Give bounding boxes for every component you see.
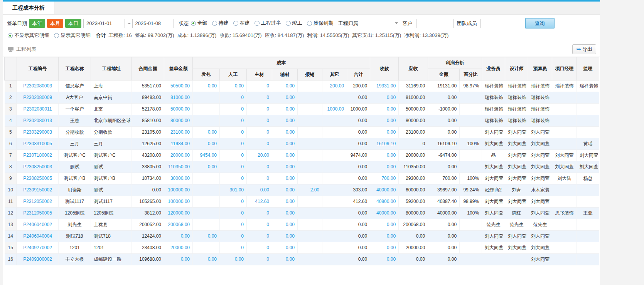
date-from-input[interactable] xyxy=(83,19,125,28)
status-option[interactable]: 竣工 xyxy=(286,20,302,27)
radio-icon[interactable] xyxy=(54,33,59,38)
cell-labor[interactable]: 0 xyxy=(220,173,247,184)
radio-icon[interactable] xyxy=(286,21,291,26)
quick-date-button[interactable]: 本月 xyxy=(47,19,63,28)
status-option[interactable]: 待建 xyxy=(212,20,229,27)
cell-signed-amount[interactable]: 0.00 xyxy=(164,253,193,265)
cell-received[interactable]: 19331.00 xyxy=(370,80,399,92)
cell-project-code[interactable]: P2312050002 xyxy=(17,196,59,207)
cell-project-code[interactable]: P2303290003 xyxy=(17,126,59,138)
radio-icon[interactable] xyxy=(233,21,238,26)
cell-outsource[interactable]: 0.00 xyxy=(193,138,220,149)
cell-outsource[interactable]: 9454.00 xyxy=(193,149,220,161)
cell-project-code[interactable]: P2307180002 xyxy=(17,149,59,161)
cell-signed-amount[interactable]: 80000.00 xyxy=(164,115,193,126)
cell-aux-material[interactable]: 0.00 xyxy=(272,253,298,265)
cell-labor[interactable]: 0 xyxy=(220,219,247,230)
cell-other[interactable]: 200.00 xyxy=(322,80,347,92)
cell-labor[interactable]: 0 xyxy=(220,126,247,138)
cell-received[interactable]: 0.00 xyxy=(370,115,399,126)
quick-date-button[interactable]: 本日 xyxy=(65,19,81,28)
cell-received[interactable]: 0.00 xyxy=(370,126,399,138)
cell-project-code[interactable]: P2308250005 xyxy=(17,173,59,184)
project-owner-select[interactable] xyxy=(362,19,400,28)
cell-main-material[interactable]: 0 xyxy=(247,161,272,173)
cell-aux-material[interactable]: 0.00 xyxy=(272,149,298,161)
cell-signed-amount[interactable]: 81000.00 xyxy=(164,92,193,103)
cell-aux-material[interactable]: 0.00 xyxy=(272,230,298,242)
cell-received[interactable]: 700.00 xyxy=(370,173,399,184)
cell-project-code[interactable]: P2302080009 xyxy=(17,92,59,103)
cell-received[interactable]: 0.00 xyxy=(370,103,399,115)
cell-reimburse[interactable]: 2.00 xyxy=(298,184,322,196)
cell-outsource[interactable]: 0.00 xyxy=(193,161,220,173)
cell-labor[interactable]: 0 xyxy=(220,92,247,103)
cell-main-material[interactable]: 0 xyxy=(247,103,272,115)
radio-icon[interactable] xyxy=(212,21,217,26)
cell-signed-amount[interactable]: 20000.00 xyxy=(164,242,193,253)
cell-aux-material[interactable]: 0.00 xyxy=(272,184,298,196)
cell-aux-material[interactable]: 0.00 xyxy=(272,196,298,207)
detail-toggle-option[interactable]: 显示其它明细 xyxy=(54,32,91,39)
cell-aux-material[interactable]: 0.00 xyxy=(272,115,298,126)
cell-project-code[interactable]: P2309150002 xyxy=(17,184,59,196)
cell-outsource[interactable]: 0.00 xyxy=(193,80,220,92)
cell-aux-material[interactable]: 0.00 xyxy=(272,103,298,115)
cell-project-code[interactable]: P2409300002 xyxy=(17,253,59,265)
cell-signed-amount[interactable]: 20000.00 xyxy=(164,149,193,161)
cell-project-code[interactable]: P2406040002 xyxy=(17,219,59,230)
cell-main-material[interactable]: 0 xyxy=(247,230,272,242)
cell-main-material[interactable]: 0 xyxy=(247,115,272,126)
cell-labor[interactable]: 0 xyxy=(220,207,247,219)
cell-aux-material[interactable]: 0.00 xyxy=(272,207,298,219)
cell-main-material[interactable]: 412.60 xyxy=(247,196,272,207)
status-option[interactable]: 全部 xyxy=(191,20,207,27)
team-member-input[interactable] xyxy=(480,19,518,28)
date-to-input[interactable] xyxy=(132,19,174,28)
cell-received[interactable]: 0.00 xyxy=(370,149,399,161)
cell-labor[interactable]: 0 xyxy=(220,138,247,149)
quick-date-button[interactable]: 本年 xyxy=(29,19,45,28)
cell-project-code[interactable]: P2308250003 xyxy=(17,161,59,173)
cell-main-material[interactable]: 0.00 xyxy=(247,184,272,196)
cell-labor[interactable]: 0.00 xyxy=(220,80,247,92)
radio-icon[interactable] xyxy=(255,21,260,26)
cell-received[interactable]: 0.00 xyxy=(370,219,399,230)
cell-aux-material[interactable]: 0.00 xyxy=(272,126,298,138)
cell-labor[interactable]: 301.00 xyxy=(220,184,247,196)
cell-labor[interactable]: 0.00 xyxy=(220,253,247,265)
cell-signed-amount[interactable]: 50500.00 xyxy=(164,80,193,92)
cell-outsource[interactable]: 0.00 xyxy=(193,253,220,265)
cell-signed-amount[interactable]: 30000.00 xyxy=(164,173,193,184)
cell-main-material[interactable]: 0 xyxy=(247,253,272,265)
cell-labor[interactable]: 0 xyxy=(220,196,247,207)
cell-project-code[interactable]: P2302080003 xyxy=(17,80,59,92)
cell-labor[interactable]: 0 xyxy=(220,230,247,242)
cell-main-material[interactable]: 0 xyxy=(247,80,272,92)
export-button[interactable]: ➥ 导出 xyxy=(572,44,596,54)
cell-signed-amount[interactable]: 110350.00 xyxy=(164,161,193,173)
cell-main-material[interactable]: 0 xyxy=(247,138,272,149)
cell-main-material[interactable]: 20.00 xyxy=(247,149,272,161)
cell-labor[interactable]: 0 xyxy=(220,161,247,173)
cell-signed-amount[interactable]: 50000.00 xyxy=(164,103,193,115)
status-option[interactable]: 在建 xyxy=(233,20,250,27)
cell-received[interactable]: 40000.00 xyxy=(370,207,399,219)
cell-project-code[interactable]: P2406040004 xyxy=(17,230,59,242)
status-option[interactable]: 质保到期 xyxy=(307,20,334,27)
cell-main-material[interactable]: 0 xyxy=(247,219,272,230)
cell-signed-amount[interactable]: 100000.00 xyxy=(164,196,193,207)
cell-main-material[interactable]: 0 xyxy=(247,207,272,219)
cell-signed-amount[interactable]: 23100.00 xyxy=(164,126,193,138)
cell-project-code[interactable]: P2303310005 xyxy=(17,138,59,149)
cell-aux-material[interactable]: 0.00 xyxy=(272,92,298,103)
cell-received[interactable]: 40800.00 xyxy=(370,196,399,207)
cell-aux-material[interactable]: 0.00 xyxy=(272,242,298,253)
cell-labor[interactable]: 0 xyxy=(220,115,247,126)
cell-aux-material[interactable]: 0.00 xyxy=(272,80,298,92)
cell-project-code[interactable]: P2312050005 xyxy=(17,207,59,219)
cell-aux-material[interactable]: 0.00 xyxy=(272,161,298,173)
radio-icon[interactable] xyxy=(191,21,196,26)
cell-aux-material[interactable]: 0.00 xyxy=(272,219,298,230)
cell-other[interactable]: 1000.00 xyxy=(322,103,347,115)
